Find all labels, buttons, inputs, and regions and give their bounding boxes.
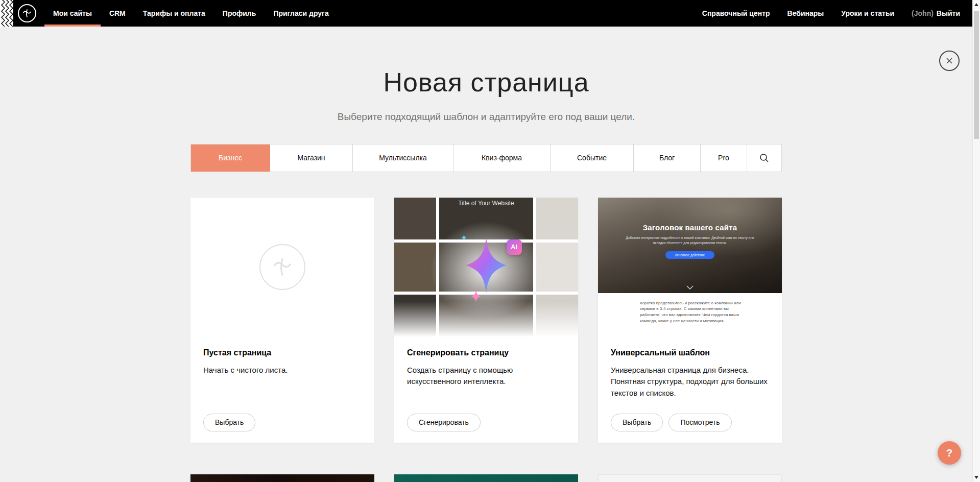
zigzag-pattern	[0, 0, 13, 27]
chevron-down-icon	[686, 285, 694, 290]
template-cards-row: Пустая страница Начать с чистого листа. …	[190, 198, 782, 443]
secondary-nav: Справочный центр Вебинары Уроки и статьи…	[694, 0, 980, 27]
tab-pro[interactable]: Pro	[701, 144, 747, 172]
tiny-sparkle-icon	[461, 234, 467, 242]
nav-profile[interactable]: Профиль	[214, 0, 265, 27]
card-description: Начать с чистого листа.	[203, 365, 362, 376]
main-nav: Мои сайты CRM Тарифы и оплата Профиль Пр…	[44, 0, 338, 27]
template-hero: Заголовок вашего сайта Добавьте интересн…	[598, 198, 782, 293]
page-title: Новая страница	[0, 67, 972, 98]
ai-badge: AI	[507, 239, 522, 255]
nav-webinars[interactable]: Вебинары	[779, 0, 833, 27]
choose-universal-button[interactable]: Выбрать	[611, 414, 663, 431]
card-text: Сгенерировать страницу Создать страницу …	[394, 337, 578, 388]
template-hero-subtext: Добавьте интересные подробности о вашей …	[622, 235, 758, 246]
tilda-glyph-icon	[271, 256, 294, 278]
scroll-up-arrow-icon[interactable]	[974, 3, 978, 6]
new-page-dialog: Новая страница Выберите подходящий шабло…	[0, 27, 972, 482]
card-title: Сгенерировать страницу	[407, 348, 565, 357]
template-card-partial-3[interactable]	[598, 474, 782, 482]
card-description: Создать страницу с помощью искусственног…	[407, 365, 565, 388]
card-actions: Сгенерировать	[407, 414, 481, 431]
template-card-partial-1[interactable]	[190, 474, 374, 482]
card-actions: Выбрать	[203, 414, 255, 431]
scrollbar-thumb[interactable]	[974, 11, 979, 139]
tab-blog[interactable]: Блог	[634, 144, 701, 172]
template-card-generate: Title of Your Website	[394, 198, 578, 443]
zigzag-icon	[0, 0, 13, 27]
template-card-partial-2[interactable]	[394, 474, 578, 482]
template-category-tabs: Бизнес Магазин Мультиссылка Квиз-форма С…	[190, 144, 782, 172]
card-title: Пустая страница	[203, 348, 362, 357]
nav-lessons[interactable]: Уроки и статьи	[832, 0, 903, 27]
scroll-down-arrow-icon[interactable]	[974, 476, 978, 479]
nav-help-center[interactable]: Справочный центр	[694, 0, 779, 27]
tab-quiz-form[interactable]: Квиз-форма	[453, 144, 551, 172]
top-navbar: Мои сайты CRM Тарифы и оплата Профиль Пр…	[0, 0, 980, 27]
card-title: Универсальный шаблон	[611, 348, 769, 357]
card-description: Универсальная страница для бизнеса. Поня…	[611, 365, 769, 399]
scrollbar[interactable]	[972, 0, 980, 482]
universal-template-preview[interactable]: Заголовок вашего сайта Добавьте интересн…	[598, 198, 782, 337]
card-text: Универсальный шаблон Универсальная стран…	[598, 337, 782, 399]
tab-shop[interactable]: Магазин	[270, 144, 353, 172]
nav-tariffs[interactable]: Тарифы и оплата	[134, 0, 214, 27]
card-actions: Выбрать Посмотреть	[611, 414, 732, 431]
tab-multilink[interactable]: Мультиссылка	[353, 144, 453, 172]
user-name: (John)	[912, 9, 934, 17]
blank-preview[interactable]	[190, 198, 374, 337]
template-card-universal: Заголовок вашего сайта Добавьте интересн…	[598, 198, 782, 443]
template-hero-heading: Заголовок вашего сайта	[598, 198, 782, 232]
ai-sparkle-icon	[460, 236, 513, 295]
nav-my-sites[interactable]: Мои сайты	[44, 0, 101, 27]
template-cards-row-partial	[190, 474, 782, 482]
tab-event[interactable]: Событие	[551, 144, 634, 172]
tab-business[interactable]: Бизнес	[191, 144, 270, 172]
nav-crm[interactable]: CRM	[101, 0, 134, 27]
tilda-logo[interactable]	[18, 4, 36, 22]
logout-label: Выйти	[937, 9, 960, 17]
close-icon	[945, 57, 953, 65]
choose-blank-button[interactable]: Выбрать	[203, 414, 255, 431]
nav-invite-friend[interactable]: Пригласи друга	[265, 0, 337, 27]
nav-logout[interactable]: (John) Выйти	[903, 0, 960, 27]
template-card-blank: Пустая страница Начать с чистого листа. …	[190, 198, 374, 443]
template-hero-button: основное действие	[665, 251, 714, 259]
preview-universal-button[interactable]: Посмотреть	[668, 414, 731, 431]
help-button[interactable]: ?	[938, 441, 961, 465]
ai-generate-preview[interactable]: Title of Your Website	[394, 198, 578, 337]
close-button[interactable]	[939, 51, 960, 71]
tilda-watermark-icon	[259, 244, 305, 290]
tab-search[interactable]	[747, 144, 781, 172]
fade-overlay	[394, 301, 578, 337]
page-subtitle: Выберите подходящий шаблон и адаптируйте…	[0, 111, 972, 123]
generate-button[interactable]: Сгенерировать	[407, 414, 481, 431]
search-icon	[759, 153, 769, 163]
card-text: Пустая страница Начать с чистого листа.	[190, 337, 374, 376]
tilda-logo-icon	[22, 8, 32, 18]
template-body-text: Коротко представьтесь и расскажите о ком…	[598, 293, 782, 337]
